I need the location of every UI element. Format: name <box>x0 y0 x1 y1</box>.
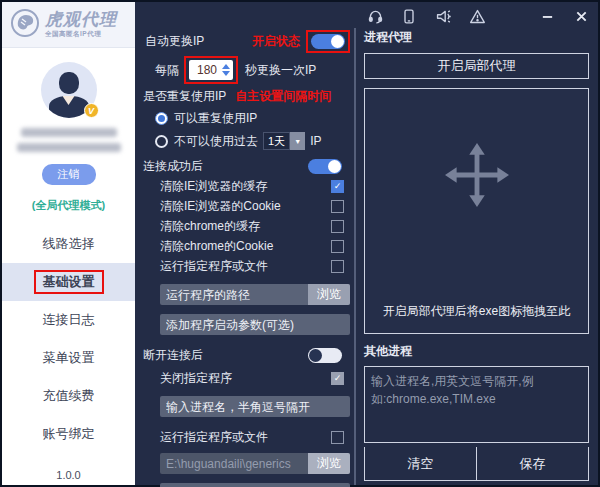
checkbox-chrome-cookie[interactable] <box>331 240 344 253</box>
radio-no-reuse-suffix: IP <box>310 134 321 148</box>
radio-reuse-row: 可以重复使用IP <box>155 108 353 128</box>
save-button[interactable]: 保存 <box>477 447 588 480</box>
after-connect-label: 连接成功后 <box>143 158 203 175</box>
radio-reuse[interactable] <box>155 112 168 125</box>
action-buttons: 清空 保存 <box>364 447 589 481</box>
exe-drop-zone[interactable]: 开启局部代理后将exe图标拖拽至此 <box>364 88 589 334</box>
sidebar-item-menu-settings[interactable]: 菜单设置 <box>2 339 135 377</box>
app-subtitle: 全国高匿名IP代理 <box>45 30 117 39</box>
args2-input[interactable] <box>160 483 350 487</box>
main-area: 自动更换IP 开启状态 每隔 180 秒更换一次 <box>135 2 598 485</box>
proxy-mode-label: (全局代理模式) <box>2 198 135 213</box>
interval-row: 每隔 180 秒更换一次IP <box>143 57 353 83</box>
other-process-title: 其他进程 <box>364 343 589 360</box>
sidebar-item-line-select[interactable]: 线路选择 <box>2 225 135 263</box>
sidebar-item-connection-log[interactable]: 连接日志 <box>2 301 135 339</box>
radio-no-reuse-prefix: 不可以使用过去 <box>174 133 258 150</box>
avatar: V <box>41 62 97 118</box>
auto-switch-label: 自动更换IP <box>145 33 204 50</box>
process-name-input[interactable] <box>160 396 350 417</box>
clear-button[interactable]: 清空 <box>365 447 477 480</box>
after-disconnect-row: 断开连接后 <box>143 345 353 365</box>
interval-suffix-label: 秒更换一次IP <box>245 62 316 79</box>
auto-switch-row: 自动更换IP 开启状态 <box>143 31 353 51</box>
close-button[interactable] <box>572 7 590 25</box>
auto-switch-toggle[interactable] <box>311 34 345 49</box>
spin-up-icon[interactable] <box>222 64 230 69</box>
browse-button-2[interactable]: 浏览 <box>308 453 350 474</box>
run-file-label: 运行指定程序或文件 <box>160 429 268 446</box>
mobile-phone-icon[interactable] <box>400 7 418 25</box>
interval-hint-annotation: 自主设置间隔时间 <box>235 88 331 105</box>
run-path-row: 浏览 <box>160 284 350 305</box>
titlebar <box>366 7 590 25</box>
args2-row <box>160 483 350 487</box>
after-disconnect-toggle[interactable] <box>308 348 342 363</box>
interval-highlight: 180 <box>184 56 238 84</box>
account-section: V 注销 (全局代理模式) <box>2 48 135 213</box>
checkbox-row: 清除chrome的Cookie <box>143 236 353 256</box>
warning-icon[interactable] <box>468 7 486 25</box>
interval-prefix-label: 每隔 <box>155 62 179 79</box>
run-file-row: 运行指定程序或文件 <box>143 428 353 446</box>
checkbox-row: 运行指定程序或文件 <box>143 256 353 276</box>
account-number-blurred <box>21 128 117 137</box>
process-proxy-title: 进程代理 <box>364 29 589 46</box>
sidebar-item-account-bind[interactable]: 账号绑定 <box>2 415 135 453</box>
app-window: 虎观代理 全国高匿名IP代理 V 注销 (全局代理模式) 线路选择 基础设置 连… <box>0 0 600 487</box>
interval-spinner[interactable]: 180 <box>189 60 233 80</box>
checkbox-chrome-cache[interactable] <box>331 220 344 233</box>
close-program-row: 关闭指定程序 ✓ <box>143 368 353 388</box>
enable-partial-proxy-button[interactable]: 开启局部代理 <box>364 53 589 79</box>
args-input[interactable] <box>160 314 350 335</box>
basic-settings-panel: 自动更换IP 开启状态 每隔 180 秒更换一次 <box>135 2 353 485</box>
checkbox-row: 清除IE浏览器的Cookie <box>143 196 353 216</box>
vip-badge: V <box>84 103 99 118</box>
checkbox-run-program[interactable] <box>331 260 344 273</box>
radio-reuse-label: 可以重复使用IP <box>174 110 257 127</box>
process-name-row <box>160 396 350 417</box>
period-dropdown[interactable]: 1天 ▼ <box>263 132 305 150</box>
after-connect-row: 连接成功后 <box>143 156 353 176</box>
status-toggle-highlight <box>306 30 350 53</box>
move-cross-icon <box>445 143 509 211</box>
minimize-button[interactable] <box>538 7 556 25</box>
reuse-label: 是否重复使用IP <box>143 88 226 105</box>
logout-button[interactable]: 注销 <box>42 164 96 185</box>
period-value[interactable]: 1天 <box>263 132 290 150</box>
disabled-path-row: 浏览 <box>160 453 350 474</box>
checkbox-ie-cookie[interactable] <box>331 200 344 213</box>
other-process-textarea[interactable] <box>364 366 589 443</box>
process-proxy-panel: 进程代理 开启局部代理 开启局部代理后将exe图标拖拽至此 其他进程 <box>357 2 598 485</box>
after-disconnect-label: 断开连接后 <box>143 347 203 364</box>
radio-no-reuse[interactable] <box>155 135 168 148</box>
settings-scrollbar[interactable] <box>354 28 356 485</box>
chevron-down-icon[interactable]: ▼ <box>290 132 305 150</box>
tiger-logo-icon <box>10 8 40 42</box>
checkbox-row: 清除chrome的缓存 <box>143 216 353 236</box>
reuse-row: 是否重复使用IP 自主设置间隔时间 <box>143 87 353 105</box>
sidebar-item-recharge[interactable]: 充值续费 <box>2 377 135 415</box>
status-annotation: 开启状态 <box>252 33 300 50</box>
version-label: 1.0.0 <box>2 469 135 481</box>
checkbox-row: 清除IE浏览器的缓存 ✓ <box>143 176 353 196</box>
sidebar: 虎观代理 全国高匿名IP代理 V 注销 (全局代理模式) 线路选择 基础设置 连… <box>2 2 135 485</box>
checkbox-run-file[interactable] <box>331 431 344 444</box>
logo: 虎观代理 全国高匿名IP代理 <box>2 2 135 48</box>
drop-hint-text: 开启局部代理后将exe图标拖拽至此 <box>365 303 588 320</box>
browse-button[interactable]: 浏览 <box>308 284 350 305</box>
sidebar-item-basic-settings[interactable]: 基础设置 <box>2 263 135 301</box>
headset-icon[interactable] <box>366 7 384 25</box>
args-row <box>160 314 350 335</box>
spinner-arrows-icon[interactable] <box>222 64 230 76</box>
account-expiry-blurred <box>17 143 121 152</box>
after-connect-toggle[interactable] <box>308 159 342 174</box>
announcement-speaker-icon[interactable] <box>434 7 452 25</box>
app-title: 虎观代理 <box>45 11 117 28</box>
interval-value[interactable]: 180 <box>192 63 222 77</box>
radio-no-reuse-row: 不可以使用过去 1天 ▼ IP <box>155 131 353 151</box>
checkbox-ie-cache[interactable]: ✓ <box>331 180 344 193</box>
sidebar-menu: 线路选择 基础设置 连接日志 菜单设置 充值续费 账号绑定 <box>2 225 135 453</box>
checkbox-close-program[interactable]: ✓ <box>331 372 344 385</box>
spin-down-icon[interactable] <box>222 71 230 76</box>
